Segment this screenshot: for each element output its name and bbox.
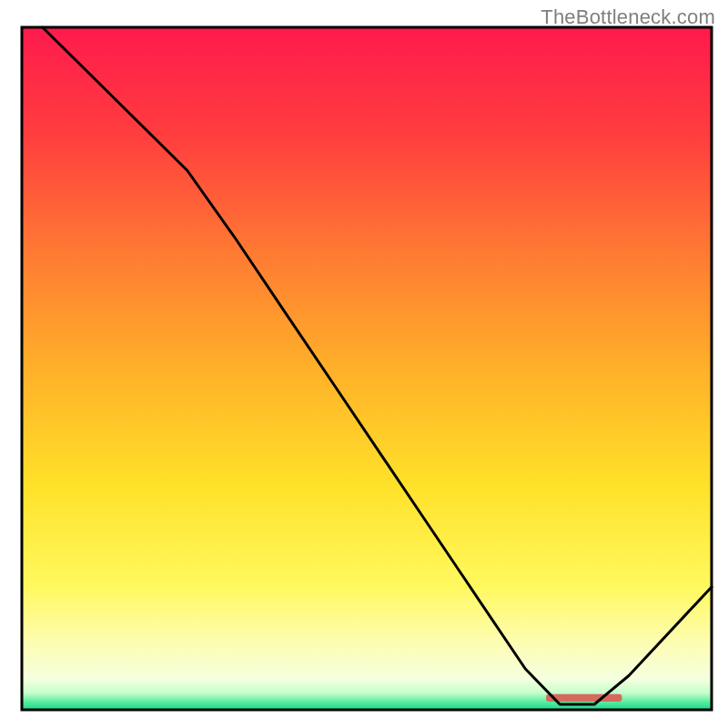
chart-container: TheBottleneck.com (0, 0, 728, 728)
gradient-background (22, 27, 712, 710)
bottleneck-chart (0, 0, 728, 728)
